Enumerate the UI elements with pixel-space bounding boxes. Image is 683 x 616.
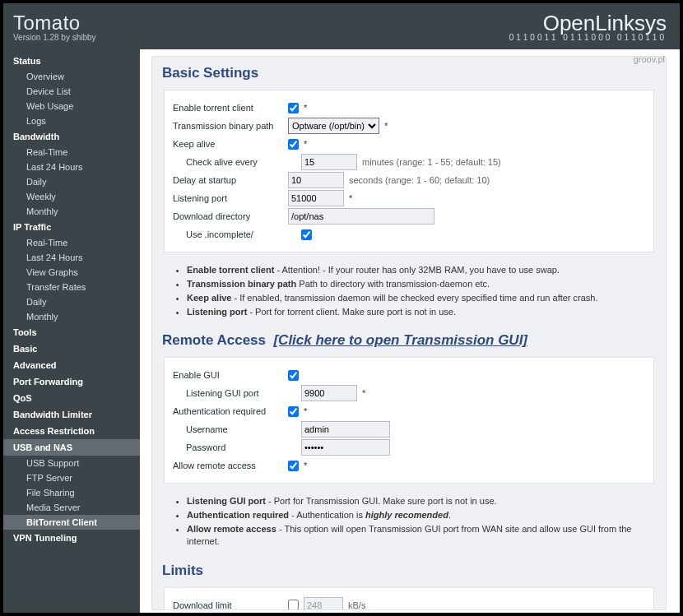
sidebar-cat-tools[interactable]: Tools bbox=[3, 324, 140, 340]
label-auth-required: Authentication required bbox=[168, 406, 288, 416]
label-use-incomplete: Use .incomplete/ bbox=[168, 229, 301, 239]
checkbox-use-incomplete[interactable] bbox=[301, 229, 312, 240]
input-check-alive[interactable] bbox=[301, 154, 357, 170]
sidebar-cat-basic[interactable]: Basic bbox=[3, 340, 140, 357]
checkbox-auth-required[interactable] bbox=[288, 406, 299, 417]
hint-delay-startup: seconds (range: 1 - 60; default: 10) bbox=[349, 175, 490, 185]
select-binary-path[interactable]: Optware (/opt/bin) bbox=[288, 118, 379, 134]
input-delay-startup[interactable] bbox=[288, 172, 344, 188]
checkbox-keep-alive[interactable] bbox=[288, 139, 299, 150]
sidebar-item-weekly[interactable]: Weekly bbox=[3, 189, 140, 204]
label-enable-torrent: Enable torrent client bbox=[168, 103, 288, 113]
product-name: Tomato bbox=[13, 12, 96, 35]
input-download-dir[interactable] bbox=[288, 208, 434, 225]
sidebar-cat-port-forwarding[interactable]: Port Forwarding bbox=[3, 373, 140, 390]
checkbox-enable-torrent[interactable] bbox=[288, 103, 299, 113]
label-download-limit: Download limit bbox=[168, 600, 288, 610]
sidebar-item-overview[interactable]: Overview bbox=[3, 69, 140, 84]
sidebar-item-logs[interactable]: Logs bbox=[3, 113, 140, 128]
panel-remote: Enable GUI Listening GUI port * Authenti… bbox=[164, 357, 654, 484]
sidebar-item-web-usage[interactable]: Web Usage bbox=[3, 99, 140, 113]
sidebar-cat-bandwidth[interactable]: Bandwidth bbox=[3, 128, 140, 145]
section-title-limits: Limits bbox=[152, 554, 666, 587]
note-item: Listening GUI port - Port for Transmissi… bbox=[187, 495, 654, 507]
sidebar-item-device-list[interactable]: Device List bbox=[3, 84, 140, 99]
header: Tomato Version 1.28 by shibby OpenLinksy… bbox=[3, 3, 680, 49]
label-gui-port: Listening GUI port bbox=[168, 388, 301, 398]
sidebar-cat-ip-traffic[interactable]: IP Traffic bbox=[3, 219, 140, 235]
watermark: groov.pl bbox=[634, 54, 665, 64]
sidebar-cat-usb-and-nas[interactable]: USB and NAS bbox=[3, 439, 140, 456]
panel-basic: Enable torrent client * Transmission bin… bbox=[164, 90, 654, 252]
unit-download-limit: kB/s bbox=[348, 600, 365, 610]
input-listening-port[interactable] bbox=[288, 190, 344, 206]
checkbox-allow-remote[interactable] bbox=[288, 461, 299, 471]
input-download-limit[interactable] bbox=[304, 597, 343, 610]
sidebar-item-real-time[interactable]: Real-Time bbox=[3, 145, 140, 160]
note-item: Enable torrent client - Attention! - If … bbox=[187, 264, 654, 276]
sidebar-item-bittorrent-client[interactable]: BitTorrent Client bbox=[3, 515, 140, 530]
panel-limits: Download limit kB/s Upload limit kB/s bbox=[164, 587, 654, 610]
note-item: Listening port - Port for torrent client… bbox=[187, 306, 654, 318]
label-listening-port: Listening port bbox=[168, 193, 288, 203]
hint-check-alive: minutes (range: 1 - 55; default: 15) bbox=[362, 157, 501, 167]
note-item: Authentication required - Authentication… bbox=[187, 509, 654, 521]
section-title-remote: Remote Access [Click here to open Transm… bbox=[152, 324, 666, 357]
label-download-dir: Download directory bbox=[168, 211, 288, 221]
sidebar-item-monthly[interactable]: Monthly bbox=[3, 309, 140, 324]
sidebar-cat-access-restriction[interactable]: Access Restriction bbox=[3, 423, 140, 439]
sidebar-item-last-24-hours[interactable]: Last 24 Hours bbox=[3, 160, 140, 174]
notes-basic: Enable torrent client - Attention! - If … bbox=[152, 252, 666, 324]
sidebar-item-ftp-server[interactable]: FTP Server bbox=[3, 470, 140, 485]
label-binary-path: Transmission binary path bbox=[168, 121, 288, 131]
input-gui-port[interactable] bbox=[301, 385, 357, 401]
label-password: Password bbox=[168, 442, 301, 452]
link-open-transmission-gui[interactable]: [Click here to open Transmission GUI] bbox=[273, 332, 527, 348]
sidebar-cat-status[interactable]: Status bbox=[3, 53, 140, 69]
note-item: Transmission binary path Path to directo… bbox=[187, 278, 654, 290]
label-username: Username bbox=[168, 424, 301, 434]
note-item: Allow remote access - This option will o… bbox=[187, 523, 654, 548]
sidebar-cat-advanced[interactable]: Advanced bbox=[3, 357, 140, 373]
sidebar-item-media-server[interactable]: Media Server bbox=[3, 500, 140, 515]
label-check-alive: Check alive every bbox=[168, 157, 301, 167]
sidebar: StatusOverviewDevice ListWeb UsageLogsBa… bbox=[3, 49, 143, 613]
sidebar-item-view-graphs[interactable]: View Graphs bbox=[3, 265, 140, 280]
input-username[interactable] bbox=[301, 421, 390, 438]
sidebar-item-daily[interactable]: Daily bbox=[3, 294, 140, 309]
product-version: Version 1.28 by shibby bbox=[13, 33, 96, 42]
notes-remote: Listening GUI port - Port for Transmissi… bbox=[152, 484, 666, 553]
sidebar-item-transfer-rates[interactable]: Transfer Rates bbox=[3, 280, 140, 294]
checkbox-enable-gui[interactable] bbox=[288, 370, 299, 381]
label-keep-alive: Keep alive bbox=[168, 139, 288, 149]
checkbox-download-limit[interactable] bbox=[288, 600, 299, 610]
sidebar-item-monthly[interactable]: Monthly bbox=[3, 204, 140, 219]
label-delay-startup: Delay at startup bbox=[168, 175, 288, 185]
sidebar-cat-vpn-tunneling[interactable]: VPN Tunneling bbox=[3, 530, 140, 546]
sidebar-item-usb-support[interactable]: USB Support bbox=[3, 456, 140, 470]
input-password[interactable] bbox=[301, 439, 390, 456]
sidebar-item-file-sharing[interactable]: File Sharing bbox=[3, 485, 140, 500]
label-allow-remote: Allow remote access bbox=[168, 461, 288, 470]
label-enable-gui: Enable GUI bbox=[168, 370, 288, 380]
sidebar-item-real-time[interactable]: Real-Time bbox=[3, 235, 140, 250]
brand-subtitle: 0110011 0111000 0110110 bbox=[509, 33, 667, 42]
sidebar-cat-bandwidth-limiter[interactable]: Bandwidth Limiter bbox=[3, 406, 140, 423]
section-title-basic: Basic Settings bbox=[152, 57, 666, 90]
note-item: Keep alive - If enabled, transmission da… bbox=[187, 292, 654, 304]
sidebar-item-daily[interactable]: Daily bbox=[3, 174, 140, 189]
sidebar-cat-qos[interactable]: QoS bbox=[3, 390, 140, 406]
sidebar-item-last-24-hours[interactable]: Last 24 Hours bbox=[3, 250, 140, 265]
